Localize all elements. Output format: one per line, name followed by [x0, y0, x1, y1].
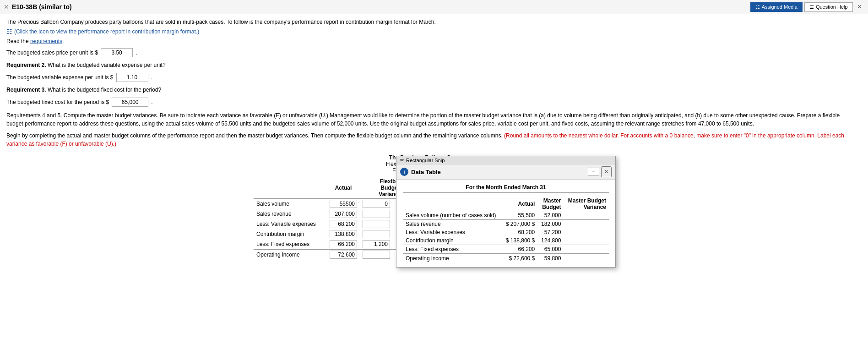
popup-titlebar: i Data Table − ×: [396, 164, 615, 180]
popup-actual: $ 207,000 $: [502, 220, 537, 229]
popup-month-header: For the Month Ended March 31: [403, 184, 609, 193]
req2-input[interactable]: [116, 73, 148, 82]
popup-data-table: Actual MasterBudget Master BudgetVarianc…: [403, 197, 609, 262]
popup-actual: 68,200: [502, 228, 537, 236]
rect-snip-label: Rectangular Snip: [406, 158, 445, 163]
req1-label: The budgeted sales price per unit is $: [6, 49, 98, 56]
info-icon: i: [400, 168, 408, 176]
popup-table-row: Sales revenue $ 207,000 $ 182,000: [403, 220, 609, 229]
close-icon[interactable]: ✕: [4, 3, 9, 11]
popup-table-row: Operating income $ 72,600 $ 59,800: [403, 254, 609, 262]
row-label: Sales volume: [254, 199, 327, 209]
popup-variance: [564, 245, 609, 254]
flex-var-input[interactable]: [363, 200, 390, 208]
row-label: Operating income: [254, 250, 327, 260]
assigned-media-button[interactable]: ☷ Assigned Media: [750, 2, 803, 12]
popup-table-row: Sales volume (number of cases sold) 55,5…: [403, 211, 609, 220]
rect-snip-icon: ✏: [400, 157, 404, 163]
read-requirements-row: Read the requirements.: [6, 38, 854, 44]
row-label: Less: Variable expenses: [254, 219, 327, 229]
popup-row-label: Contribution margin: [403, 236, 502, 245]
actual-input[interactable]: [330, 200, 357, 208]
window-close-icon[interactable]: ×: [855, 2, 864, 12]
popup-variance: [564, 228, 609, 236]
popup-variance: [564, 236, 609, 245]
req45-para2: Begin by completing the actual and maste…: [6, 131, 854, 148]
popup-row-label: Less: Variable expenses: [403, 228, 502, 236]
row-label: Contribution margin: [254, 229, 327, 239]
list-icon: ☰: [809, 4, 814, 10]
col-header-label: [254, 177, 327, 199]
flex-var-input[interactable]: [363, 251, 390, 259]
popup-col-var: Master BudgetVariance: [564, 197, 609, 211]
popup-col-master: MasterBudget: [537, 197, 564, 211]
popup-row-label: Operating income: [403, 254, 502, 262]
flex-var-input[interactable]: [363, 240, 390, 248]
popup-col-actual: Actual: [502, 197, 537, 211]
req1-row: The budgeted sales price per unit is $ .: [6, 48, 854, 57]
grid-icon: ☷: [755, 4, 760, 10]
req2-label: The budgeted variable expense per unit i…: [6, 74, 114, 81]
requirements-link[interactable]: requirements: [30, 38, 62, 44]
popup-close-button[interactable]: ×: [601, 166, 612, 177]
req3-heading: Requirement 3.: [6, 87, 46, 93]
popup-master: 65,000: [537, 245, 564, 254]
popup-table-row: Less: Fixed expenses 66,200 65,000: [403, 245, 609, 254]
flex-var-input[interactable]: [363, 210, 390, 218]
flex-var-input[interactable]: [363, 220, 390, 228]
req3-input[interactable]: [112, 98, 148, 107]
topbar: ✕ E10-38B (similar to) ☷ Assigned Media …: [0, 0, 868, 14]
grid-icon-blue: ☷: [6, 28, 12, 35]
question-help-button[interactable]: ☰ Question Help: [804, 2, 853, 12]
popup-actual: 55,500: [502, 211, 537, 220]
popup-table-row: Contribution margin $ 138,800 $ 124,800: [403, 236, 609, 245]
popup-actual: 66,200: [502, 245, 537, 254]
popup-master: 182,000: [537, 220, 564, 229]
topbar-right: ☷ Assigned Media ☰ Question Help ×: [750, 2, 864, 12]
actual-input[interactable]: [330, 220, 357, 228]
rect-snip-bar: ✏ Rectangular Snip: [396, 156, 615, 164]
popup-master: 52,000: [537, 211, 564, 220]
popup-actual: $ 72,600 $: [502, 254, 537, 262]
req2-question: What is the budgeted variable expense pe…: [48, 62, 166, 68]
popup-minimize-button[interactable]: −: [588, 168, 599, 176]
intro-paragraph: The Precious Balloon Company produces pa…: [6, 19, 854, 25]
req1-input[interactable]: [101, 48, 133, 57]
page-title: E10-38B (similar to): [12, 3, 72, 11]
row-label: Less: Fixed expenses: [254, 239, 327, 250]
popup-row-label: Sales volume (number of cases sold): [403, 211, 502, 220]
popup-variance: [564, 220, 609, 229]
row-label: Sales revenue: [254, 209, 327, 219]
popup-title: Data Table: [411, 169, 441, 175]
col-header-actual: Actual: [327, 177, 360, 199]
actual-input[interactable]: [330, 210, 357, 218]
popup-variance: [564, 254, 609, 262]
req3-label: The budgeted fixed cost for the period i…: [6, 99, 109, 105]
icon-link-row[interactable]: ☷ (Click the icon to view the performanc…: [6, 28, 854, 35]
data-table-popup: ✏ Rectangular Snip i Data Table − × For …: [396, 156, 616, 264]
popup-master: 59,800: [537, 254, 564, 262]
topbar-left: ✕ E10-38B (similar to): [4, 3, 72, 11]
popup-table-row: Less: Variable expenses 68,200 57,200: [403, 228, 609, 236]
icon-link-text[interactable]: (Click the icon to view the performance …: [14, 28, 199, 35]
req3-row: The budgeted fixed cost for the period i…: [6, 98, 854, 107]
req45-para1: Requirements 4 and 5. Compute the master…: [6, 111, 854, 128]
popup-master: 124,800: [537, 236, 564, 245]
actual-input[interactable]: [330, 251, 357, 259]
flex-var-input[interactable]: [363, 230, 390, 238]
popup-master: 57,200: [537, 228, 564, 236]
actual-input[interactable]: [330, 230, 357, 238]
popup-row-label: Sales revenue: [403, 220, 502, 229]
popup-variance: [564, 211, 609, 220]
popup-actual: $ 138,800 $: [502, 236, 537, 245]
req2-heading: Requirement 2.: [6, 62, 46, 68]
popup-row-label: Less: Fixed expenses: [403, 245, 502, 254]
actual-input[interactable]: [330, 240, 357, 248]
req2-row: The budgeted variable expense per unit i…: [6, 73, 854, 82]
req3-question: What is the budgeted fixed cost for the …: [48, 87, 161, 93]
popup-body: For the Month Ended March 31 Actual Mast…: [396, 180, 615, 264]
